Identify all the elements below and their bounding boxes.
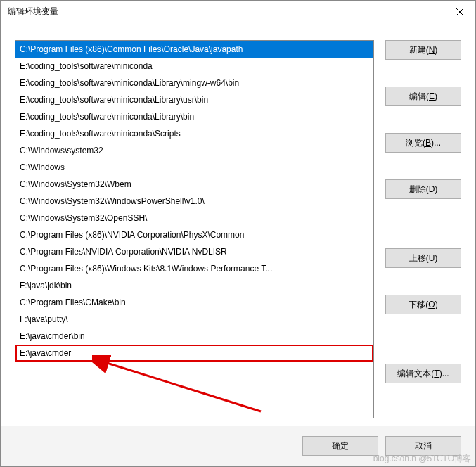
list-item[interactable]: F:\java\putty\	[15, 311, 373, 328]
dialog-content: C:\Program Files (x86)\Common Files\Orac…	[1, 23, 475, 426]
list-item[interactable]: C:\Windows\System32\Wbem	[15, 176, 373, 193]
list-item[interactable]: C:\Windows\System32\OpenSSH\	[15, 210, 373, 226]
list-item[interactable]: C:\Program Files (x86)\NVIDIA Corporatio…	[15, 226, 373, 243]
close-icon	[456, 8, 463, 15]
main-area: C:\Program Files (x86)\Common Files\Orac…	[15, 40, 461, 418]
cancel-button[interactable]: 取消	[385, 436, 461, 456]
edit-button[interactable]: 编辑(E)	[385, 87, 461, 106]
window-title: 编辑环境变量	[8, 6, 58, 18]
path-listbox[interactable]: C:\Program Files (x86)\Common Files\Orac…	[15, 40, 374, 418]
list-item[interactable]: E:\coding_tools\software\miniconda	[15, 58, 373, 75]
new-button[interactable]: 新建(N)	[385, 40, 461, 60]
close-button[interactable]	[444, 1, 475, 23]
titlebar: 编辑环境变量	[1, 1, 475, 23]
delete-button[interactable]: 删除(D)	[385, 179, 461, 199]
moveup-button[interactable]: 上移(U)	[385, 248, 461, 268]
list-item[interactable]: E:\java\cmder	[15, 345, 373, 362]
list-item[interactable]: C:\Program Files (x86)\Common Files\Orac…	[15, 41, 373, 58]
edittext-button[interactable]: 编辑文本(T)...	[385, 364, 461, 383]
dialog-footer: 确定 取消	[1, 426, 475, 466]
list-item[interactable]: C:\Program Files\NVIDIA Corporation\NVID…	[15, 243, 373, 260]
list-item[interactable]: C:\Windows	[15, 159, 373, 176]
list-item[interactable]: E:\java\cmder\bin	[15, 328, 373, 345]
list-item[interactable]: C:\Program Files (x86)\Windows Kits\8.1\…	[15, 260, 373, 277]
browse-button[interactable]: 浏览(B)...	[385, 133, 461, 153]
ok-button[interactable]: 确定	[302, 436, 378, 456]
list-item[interactable]: C:\Program Files\CMake\bin	[15, 294, 373, 311]
list-item[interactable]: C:\Windows\System32\WindowsPowerShell\v1…	[15, 193, 373, 210]
list-item[interactable]: F:\java\jdk\bin	[15, 277, 373, 294]
movedown-button[interactable]: 下移(O)	[385, 295, 461, 314]
list-item[interactable]: E:\coding_tools\software\miniconda\Libra…	[15, 91, 373, 108]
list-item[interactable]: E:\coding_tools\software\miniconda\Scrip…	[15, 125, 373, 142]
side-buttons: 新建(N) 编辑(E) 浏览(B)... 删除(D) 上移(U) 下移(O) 编…	[385, 40, 461, 418]
list-item[interactable]: E:\coding_tools\software\miniconda\Libra…	[15, 75, 373, 91]
list-item[interactable]: E:\coding_tools\software\miniconda\Libra…	[15, 108, 373, 125]
list-item[interactable]: C:\Windows\system32	[15, 142, 373, 159]
